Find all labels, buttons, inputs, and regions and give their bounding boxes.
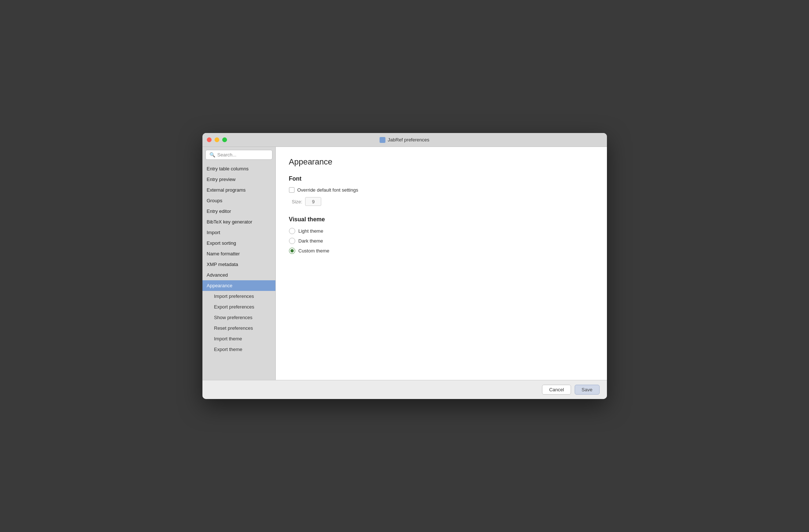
- sidebar-item-entry-editor[interactable]: Entry editor: [202, 206, 275, 217]
- save-button[interactable]: Save: [575, 385, 600, 395]
- preferences-window: JabRef preferences 🔍 Search... Entry tab…: [202, 133, 607, 399]
- font-section: Font Override default font settings Size…: [289, 176, 594, 206]
- sidebar-item-export-theme[interactable]: Export theme: [202, 344, 275, 355]
- radio-label-light-theme: Light theme: [299, 228, 323, 234]
- search-icon: 🔍: [209, 152, 215, 158]
- font-size-input[interactable]: [305, 197, 321, 206]
- radio-inner-custom-theme: [290, 249, 294, 252]
- sidebar-item-advanced[interactable]: Advanced: [202, 270, 275, 280]
- main-content: Appearance Font Override default font se…: [276, 147, 607, 380]
- titlebar: JabRef preferences: [202, 133, 607, 147]
- maximize-button[interactable]: [222, 137, 227, 142]
- sidebar-item-show-preferences[interactable]: Show preferences: [202, 312, 275, 323]
- theme-section: Visual theme Light themeDark themeCustom…: [289, 216, 594, 254]
- footer: Cancel Save: [202, 380, 607, 399]
- sidebar-item-reset-preferences[interactable]: Reset preferences: [202, 323, 275, 333]
- sidebar-item-export-preferences[interactable]: Export preferences: [202, 302, 275, 312]
- sidebar-item-import[interactable]: Import: [202, 227, 275, 238]
- titlebar-title: JabRef preferences: [380, 137, 429, 143]
- sidebar-item-external-programs[interactable]: External programs: [202, 185, 275, 195]
- font-size-row: Size:: [289, 197, 594, 206]
- sidebar-item-import-preferences[interactable]: Import preferences: [202, 291, 275, 302]
- jabref-icon: [380, 137, 385, 143]
- override-font-row: Override default font settings: [289, 187, 594, 193]
- window-body: 🔍 Search... Entry table columnsEntry pre…: [202, 147, 607, 380]
- override-font-checkbox[interactable]: [289, 187, 294, 193]
- sidebar: 🔍 Search... Entry table columnsEntry pre…: [202, 147, 276, 380]
- override-font-label: Override default font settings: [297, 187, 358, 193]
- theme-option-custom-theme[interactable]: Custom theme: [289, 248, 594, 254]
- sidebar-list: Entry table columnsEntry previewExternal…: [202, 163, 275, 355]
- theme-option-dark-theme[interactable]: Dark theme: [289, 238, 594, 244]
- theme-section-title: Visual theme: [289, 216, 594, 223]
- theme-option-light-theme[interactable]: Light theme: [289, 228, 594, 234]
- window-controls: [207, 137, 227, 142]
- sidebar-item-bibtex-key-generator[interactable]: BibTeX key generator: [202, 217, 275, 227]
- sidebar-item-groups[interactable]: Groups: [202, 195, 275, 206]
- search-placeholder: Search...: [217, 152, 237, 158]
- sidebar-item-appearance[interactable]: Appearance: [202, 280, 275, 291]
- radio-label-dark-theme: Dark theme: [299, 238, 323, 244]
- page-title: Appearance: [289, 157, 594, 167]
- sidebar-item-name-formatter[interactable]: Name formatter: [202, 248, 275, 259]
- titlebar-text: JabRef preferences: [388, 137, 429, 143]
- radio-button-custom-theme[interactable]: [289, 248, 295, 254]
- theme-radio-group: Light themeDark themeCustom theme: [289, 228, 594, 254]
- sidebar-item-entry-table-columns[interactable]: Entry table columns: [202, 163, 275, 174]
- font-section-title: Font: [289, 176, 594, 182]
- minimize-button[interactable]: [215, 137, 219, 142]
- radio-label-custom-theme: Custom theme: [299, 248, 330, 254]
- close-button[interactable]: [207, 137, 212, 142]
- cancel-button[interactable]: Cancel: [542, 385, 571, 395]
- radio-button-dark-theme[interactable]: [289, 238, 295, 244]
- sidebar-item-entry-preview[interactable]: Entry preview: [202, 174, 275, 185]
- sidebar-item-export-sorting[interactable]: Export sorting: [202, 238, 275, 248]
- radio-button-light-theme[interactable]: [289, 228, 295, 234]
- sidebar-item-xmp-metadata[interactable]: XMP metadata: [202, 259, 275, 270]
- search-box[interactable]: 🔍 Search...: [205, 150, 272, 160]
- sidebar-item-import-theme[interactable]: Import theme: [202, 333, 275, 344]
- font-size-label: Size:: [292, 199, 303, 204]
